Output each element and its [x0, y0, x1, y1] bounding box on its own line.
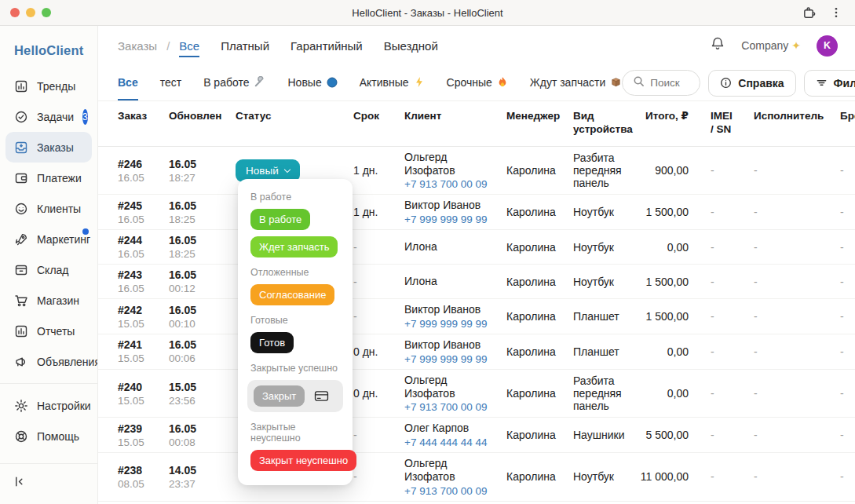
table-header: ЗаказОбновленСтатусСрокКлиентМенеджерВид… [98, 101, 855, 147]
sidebar-item-reports[interactable]: Отчеты [5, 316, 92, 346]
brand: - [820, 164, 855, 177]
status-option-row-highlighted[interactable]: Закрыт [247, 380, 343, 412]
window-controls[interactable] [10, 8, 51, 17]
table-row[interactable]: #24215.0516.0500:10-Виктор Иванов+7 999 … [98, 299, 855, 334]
table-row[interactable]: #24616.0516.0518:27Новый1 дн.Ольгерд Изо… [98, 147, 855, 195]
imei-sn: - [689, 345, 737, 358]
page-tab[interactable]: Платный [221, 35, 269, 57]
company-menu[interactable]: Company ✦ [741, 39, 801, 52]
order-created-date: 15.05 [118, 395, 169, 407]
table-row[interactable]: #24316.0516.0500:12-ИлонаКаролинаНоутбук… [98, 265, 855, 299]
table-row[interactable]: #23808.0514.0523:37-Ольгерд Изофатов+7 9… [98, 453, 855, 502]
filter-tab[interactable]: Все [118, 65, 138, 100]
order-total: 1 500,00 [640, 206, 689, 218]
orders-icon [14, 141, 28, 155]
status-option[interactable]: Закрыт [254, 385, 305, 407]
status-option[interactable]: Ждет запчасть [250, 236, 338, 257]
filter-tab[interactable]: Активные [360, 65, 425, 100]
client-phone-link[interactable]: +7 999 999 99 99 [404, 353, 486, 365]
extensions-icon[interactable] [802, 6, 816, 20]
table-row[interactable]: #23915.0516.0500:08-Олег Карпов+7 444 44… [98, 418, 855, 453]
client-phone-link[interactable]: +7 913 700 00 09 [404, 401, 486, 413]
sidebar-item-label: Тренды [37, 80, 75, 93]
minimize-window-button[interactable] [26, 8, 35, 17]
status-option[interactable]: В работе [250, 209, 310, 230]
brand: - [820, 429, 855, 441]
filter-bar: ВсетестВ работеНовыеАктивныеСрочныеЖдут … [98, 65, 855, 101]
executor: - [737, 470, 820, 483]
client-phone-link[interactable]: +7 999 999 99 99 [404, 318, 486, 330]
filter-icon [816, 77, 828, 89]
order-total: 0,00 [640, 387, 689, 400]
filter-tab[interactable]: Новые [287, 65, 337, 100]
filter-tab[interactable]: В работе [203, 65, 265, 100]
sidebar-item-label: Помощь [37, 430, 79, 443]
filter-tab[interactable]: Ждут запчасти [530, 65, 623, 100]
sidebar-collapse-button[interactable] [0, 463, 97, 504]
status-option[interactable]: Согласование [250, 284, 334, 305]
column-header: Менеджер [506, 110, 573, 123]
order-id: #239 [118, 422, 169, 435]
zoom-window-button[interactable] [42, 8, 51, 17]
table-row[interactable]: #24516.0516.0518:251 дн.Виктор Иванов+7 … [98, 195, 855, 230]
order-created-date: 15.05 [118, 318, 169, 330]
sidebar-item-warehouse[interactable]: Склад [5, 254, 92, 285]
order-id: #245 [118, 199, 169, 212]
sidebar-item-clients[interactable]: Клиенты [5, 193, 92, 224]
client-phone-link[interactable]: +7 444 444 44 44 [404, 436, 486, 448]
notification-dot [82, 228, 89, 235]
filter-tab[interactable]: Срочные [447, 65, 508, 100]
filter-tab[interactable]: тест [160, 65, 181, 100]
imei-sn: - [689, 276, 737, 288]
credit-card-icon [314, 390, 329, 402]
info-icon [720, 77, 732, 89]
search-input-wrap[interactable] [622, 70, 700, 96]
sidebar-divider [0, 383, 97, 384]
order-total: 1 500,00 [640, 310, 689, 323]
table-body: #24616.0516.0518:27Новый1 дн.Ольгерд Изо… [98, 147, 855, 504]
executor: - [737, 241, 820, 254]
status-option[interactable]: Готов [250, 332, 294, 353]
search-input[interactable] [650, 77, 689, 89]
sidebar-item-orders[interactable]: Заказы [5, 132, 92, 163]
sidebar-item-payments[interactable]: Платежи [5, 163, 92, 193]
close-window-button[interactable] [10, 8, 20, 17]
breadcrumb-tabs: ВсеПлатныйГарантийныйВыездной [179, 35, 438, 57]
client-phone-link[interactable]: +7 913 700 00 09 [404, 178, 486, 190]
sidebar-item-shop[interactable]: Магазин [5, 285, 92, 316]
payments-icon [14, 171, 28, 185]
sidebar-item-marketing[interactable]: Маркетинг [5, 224, 92, 254]
reports-icon [14, 324, 28, 338]
avatar[interactable]: K [817, 35, 838, 57]
table-row[interactable]: #24115.0516.0500:060 дн.Виктор Иванов+7 … [98, 334, 855, 370]
sidebar-item-tasks[interactable]: Задачи3 [5, 101, 92, 132]
filter-button[interactable]: Фильтр [804, 70, 855, 97]
status-option[interactable]: Закрыт неуспешно [250, 450, 356, 471]
executor: - [737, 345, 820, 358]
page-tab[interactable]: Все [179, 35, 199, 57]
page-tab[interactable]: Выездной [384, 35, 438, 57]
device-type: Ноутбук [573, 206, 640, 218]
sidebar-item-announcements[interactable]: Объявления [5, 346, 92, 377]
status-option-row: Готов [250, 332, 343, 353]
sidebar-item-help[interactable]: Помощь [5, 421, 92, 451]
help-button[interactable]: Справка [708, 70, 795, 97]
dropdown-group-label: Отложенные [250, 267, 343, 278]
order-created-date: 16.05 [118, 283, 169, 294]
status-option-row: Согласование [250, 284, 343, 305]
table-row[interactable]: #24416.0516.0518:25-ИлонаКаролинаНоутбук… [98, 230, 855, 265]
brand: - [820, 345, 855, 358]
table-row[interactable]: #24015.0515.0523:560 дн.Ольгерд Изофатов… [98, 370, 855, 418]
column-header: Статус [236, 110, 353, 123]
sidebar-item-trends[interactable]: Тренды [5, 71, 92, 101]
manager: Каролина [506, 345, 573, 358]
browser-menu-icon[interactable] [830, 6, 842, 19]
client-phone-link[interactable]: +7 913 700 00 09 [404, 485, 486, 497]
client-name: Виктор Иванов [404, 303, 486, 316]
client-phone-link[interactable]: +7 999 999 99 99 [404, 214, 486, 225]
page-tab[interactable]: Гарантийный [290, 35, 363, 57]
sidebar-item-settings[interactable]: Настройки [5, 390, 92, 421]
sidebar-item-label: Склад [37, 264, 69, 276]
sidebar-item-label: Платежи [37, 172, 82, 184]
notifications-bell-icon[interactable] [710, 36, 725, 55]
